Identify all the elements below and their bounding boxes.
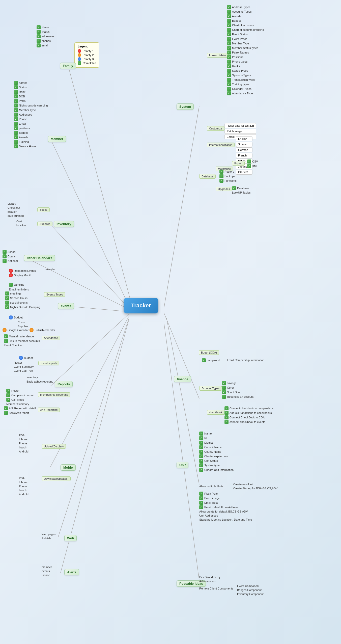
check-icon: ✓ — [224, 415, 229, 419]
check-icon: ✓ — [199, 450, 203, 454]
attendence-label: Attendence — [42, 336, 60, 340]
check-icon: ✓ — [232, 186, 236, 190]
check-icon: ✓ — [227, 41, 231, 45]
priority1-icon — [9, 269, 13, 273]
campership-item: ✓campership — [202, 358, 221, 362]
check-icon: ✓ — [219, 170, 223, 174]
mind-map: Tracker Legend Priority 1 Priority 2 Pri… — [0, 0, 341, 644]
completed-dot: ✓ — [78, 61, 81, 65]
check-icon: ✓ — [199, 501, 203, 505]
check-icon: ✓ — [14, 117, 18, 121]
download-label: Download(Updates) — [42, 476, 71, 481]
check-icon: ✓ — [199, 463, 203, 467]
export-label: Export — [232, 161, 245, 166]
check-icon: ✓ — [222, 390, 226, 394]
svg-line-11 — [58, 319, 129, 538]
attendence-items: ✓Maintain attendence ✓Link to member acc… — [4, 334, 40, 347]
check-icon: ✓ — [227, 87, 231, 91]
check-icon: ✓ — [14, 140, 18, 144]
check-icon: ✓ — [227, 78, 231, 82]
spanish: Spanish — [236, 142, 252, 147]
family-items: ✓Name ✓Status ✓addresses ✓phones ✓email — [37, 25, 54, 47]
check-icon: ✓ — [5, 305, 9, 309]
connector-lines — [0, 0, 341, 644]
check-icon: ✓ — [227, 73, 231, 77]
check-icon: ✓ — [224, 411, 229, 415]
member-branch: Member — [48, 136, 66, 142]
upgrades-label: Upgrades — [216, 187, 232, 191]
check-icon: ✓ — [199, 505, 203, 509]
check-icon: ✓ — [199, 496, 203, 500]
priority1-label: Priority 1 — [83, 49, 94, 52]
svg-line-4 — [68, 66, 131, 303]
priority1-icon — [9, 273, 13, 277]
check-icon: ✓ — [5, 296, 9, 300]
check-icon: ✓ — [4, 406, 8, 410]
check-icon: ✓ — [14, 113, 18, 117]
reset-db: Reset data for test DB — [224, 123, 256, 128]
check-icon: ✓ — [14, 85, 18, 89]
priority2-label: Priority 2 — [83, 53, 94, 57]
camping-item: ✓camping — [9, 283, 24, 287]
check-icon: ✓ — [227, 91, 231, 95]
event-reports-label: Event reports — [38, 361, 59, 365]
priority2-icon — [3, 328, 7, 332]
patch-image: Patch image — [224, 129, 256, 134]
check-icon: ✓ — [227, 64, 231, 68]
check-icon: ✓ — [227, 55, 231, 59]
account-types-label: Account Types — [199, 386, 222, 391]
budget-item: Budget — [9, 315, 23, 319]
alerts-branch: Alerts — [64, 569, 79, 575]
svg-line-9 — [50, 314, 129, 386]
reports-branch: Reports — [55, 381, 73, 387]
events-types-label: Events Types — [44, 292, 65, 297]
center-node: Tracker — [124, 298, 158, 313]
completed-label: Completed — [83, 62, 96, 65]
check-icon: ✓ — [14, 144, 18, 148]
member-items: ✓names ✓Status ✓Rank ✓DOB ✓Patrol ✓Night… — [14, 81, 48, 148]
events-branch: events — [58, 303, 74, 309]
unit-branch: Unit — [177, 462, 188, 468]
budget-sub-items: Costs Supplies — [18, 320, 28, 328]
priority1-dot — [78, 49, 81, 53]
customize-label: Customize — [207, 126, 224, 131]
check-icon: ✓ — [222, 395, 226, 399]
check-icon: ✓ — [37, 34, 41, 38]
check-icon: ✓ — [14, 131, 18, 135]
check-icon: ✓ — [4, 411, 8, 415]
supplies-label: Supplies — [37, 222, 52, 226]
other-calendars-items: ✓School ✓Councl ✓National — [3, 250, 18, 263]
check-icon: ✓ — [202, 358, 206, 362]
check-icon: ✓ — [14, 81, 18, 85]
check-icon: ✓ — [227, 37, 231, 41]
upload-items: PDA Iphone Phone Itouch Android — [19, 434, 29, 453]
check-icon: ✓ — [227, 28, 231, 32]
legend-item-2: Priority 2 — [78, 53, 96, 57]
check-icon: ✓ — [3, 254, 7, 258]
check-icon: ✓ — [37, 30, 41, 34]
priority2-icon2 — [30, 328, 34, 332]
check-icon: ✓ — [14, 94, 18, 98]
check-icon: ✓ — [227, 32, 231, 36]
membership-items: ✓Roster ✓Campership report ✓Call Trees M… — [6, 389, 34, 406]
allow-multiple-items: Create new Unit Create Startup for BSA,G… — [233, 482, 277, 490]
check-icon: ✓ — [5, 301, 9, 305]
check-icon: ✓ — [227, 23, 231, 27]
google-calendar-item: Google Calendar Publish calendar — [3, 328, 55, 332]
check-icon: ✓ — [14, 103, 18, 108]
check-icon: ✓ — [6, 389, 10, 393]
check-icon: ✓ — [227, 5, 231, 9]
priority2-dot — [78, 53, 81, 57]
check-icon: ✓ — [227, 60, 231, 64]
lookup-tables-label: Lookup tables — [207, 53, 229, 58]
check-icon: ✓ — [247, 164, 251, 168]
check-icon: ✓ — [14, 135, 18, 139]
inventory-branch: inventory — [54, 221, 74, 227]
check-icon: ✓ — [224, 420, 229, 424]
check-icon: ✓ — [4, 339, 8, 343]
email-campership: Email Campership Information — [227, 358, 264, 362]
intl-items: English Spanish German French Italian Ja… — [236, 136, 252, 175]
lookup-items: ✓Address Types ✓Accounts Types ✓Awards ✓… — [227, 5, 264, 95]
system-branch: System — [177, 103, 194, 110]
check-icon: ✓ — [199, 445, 203, 449]
